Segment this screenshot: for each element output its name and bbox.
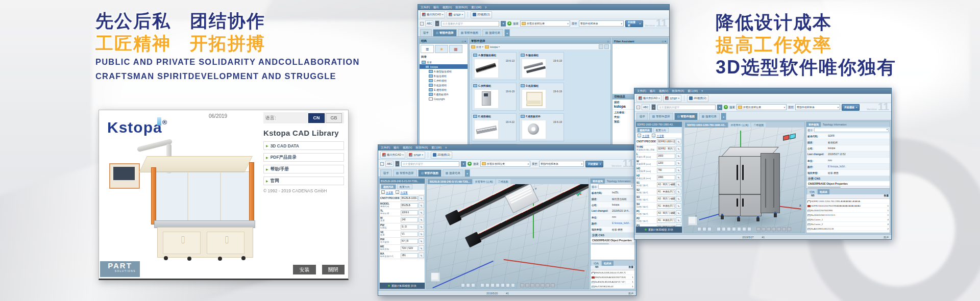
installer-menu-item[interactable]: 3D CAD DATA (263, 141, 344, 150)
main-tab[interactable]: 零部件视图 (458, 29, 482, 36)
parameter-value-input[interactable]: A1 : 单侧右开门-磁吸.. (657, 204, 675, 209)
parameter-value-input[interactable]: A1 : 单侧右开门-磁吸.. (657, 218, 675, 223)
tree-item[interactable]: B.输送模组 (420, 73, 468, 78)
edit-parameter-icon[interactable] (419, 210, 424, 215)
installer-menu-item[interactable]: PDF产品目录 (263, 153, 344, 162)
edit-parameter-icon[interactable] (676, 167, 681, 173)
search-dropdown-icon[interactable]: ▾ (717, 105, 722, 110)
edit-parameter-icon[interactable] (676, 217, 681, 223)
parameter-subtab[interactable]: 配置方向 (653, 128, 669, 133)
menu-item[interactable]: 附加件(X) (672, 89, 684, 93)
minimize-icon[interactable]: □ (607, 40, 609, 43)
category-card[interactable]: C.供料模组 19-6-19 (472, 83, 517, 111)
filter-type-select[interactable]: 零部件组和单体 (579, 20, 624, 27)
tree-item[interactable]: F.通用标准件 (420, 92, 468, 96)
edit-parameter-icon[interactable] (419, 253, 424, 258)
info-tab[interactable]: Topology Information (605, 179, 632, 184)
search-checkbox[interactable]: ✓ (380, 162, 384, 166)
structure-row[interactable]: SDFR2-1600-1200-760-1990-A3A3A3A1-A3AGA.… (806, 199, 890, 204)
close-icon[interactable]: × (665, 40, 666, 43)
parameter-value-input[interactable]: 1009.6 (401, 210, 418, 215)
main-tab[interactable]: 零部件视图 (418, 169, 442, 177)
menu-item[interactable]: 文件(F) (421, 6, 430, 9)
menu-item[interactable]: 视图(V) (659, 89, 668, 93)
parameter-value-input[interactable]: T20/ | S20/ (401, 246, 418, 251)
history-tab[interactable]: ▦ (449, 45, 462, 53)
parameter-value-input[interactable]: A3 : 双开门-磁吸型宽.. (657, 211, 675, 216)
fulltext-search-input[interactable] (441, 21, 499, 27)
edit-parameter-icon[interactable] (676, 210, 681, 216)
menu-item[interactable]: 文件(F) (381, 146, 390, 149)
step-export-button[interactable]: STEP▾ (447, 11, 465, 18)
structure-tab[interactable]: 组成表 (818, 189, 829, 194)
structure-row[interactable]: BS25LB1009-A240V1NYT20/1B1S 1 (591, 275, 634, 280)
menu-item[interactable]: 视图(V) (443, 6, 452, 9)
menu-item[interactable]: 视图(V) (403, 146, 412, 149)
tree-item[interactable]: D.机架模组 (420, 83, 468, 87)
breadcrumb-item[interactable]: kstopa (485, 45, 500, 48)
viewport-toolbar[interactable] (461, 283, 555, 287)
category-card[interactable]: A.微型输送模组 19-6-13 (472, 52, 517, 80)
edit-parameter-icon[interactable] (676, 160, 681, 166)
fulltext-search-input[interactable] (657, 105, 716, 110)
menu-item[interactable]: 文件(F) (637, 89, 646, 93)
export-cad-button[interactable]: 输出到CAD▾ (380, 152, 405, 159)
parameter-value-input[interactable]: BS25LB-1009-240-S-V1-N (401, 196, 418, 201)
info-tab[interactable]: 零件查询 (806, 122, 821, 127)
structure-row[interactable]: BS25LB-1009-240-S-V1-NY-T20/-1B1 (591, 270, 634, 275)
edit-parameter-icon[interactable] (419, 238, 424, 244)
minimize-icon[interactable]: □ (462, 40, 463, 43)
parameter-value-input[interactable]: 760 (657, 168, 675, 173)
structure-row[interactable]: B=A0139811461212-B 2 (806, 227, 890, 231)
menu-item[interactable]: 窗口(W) (471, 6, 481, 9)
variable-toggle[interactable]: 次变量 (652, 134, 664, 137)
search-dropdown-icon[interactable]: ▾ (501, 21, 506, 27)
3d-viewport[interactable]: X Z (684, 128, 804, 233)
view-tab[interactable]: BS25LB-1009-240-S-V1-N9-T20L.. (428, 179, 472, 184)
menu-item[interactable]: ? (485, 6, 486, 9)
search-scope-select[interactable]: 所有目录和分类 (520, 20, 570, 27)
step-export-button[interactable]: STEP▾ (663, 95, 681, 102)
parameter-value-input[interactable]: A1 : 单侧右开门-磁吸.. (657, 189, 675, 194)
menu-item[interactable]: 窗口(W) (431, 146, 442, 149)
edit-parameter-icon[interactable] (419, 195, 424, 201)
menu-item[interactable]: ? (701, 90, 703, 93)
installer-menu-item[interactable]: 帮助/手册 (263, 165, 344, 173)
info-search-select[interactable] (814, 128, 889, 132)
structure-row[interactable]: SDFR2160012007601990A3AGA3AGA3AGA3A0 1 (806, 204, 890, 208)
start-search-button[interactable]: 开始搜索 (625, 20, 643, 27)
tree-item[interactable]: 目录 (420, 60, 468, 64)
viewport-toolbar[interactable] (697, 227, 791, 231)
parameter-subtab[interactable]: 配置方向 (397, 184, 412, 189)
edit-parameter-icon[interactable] (676, 153, 681, 159)
parameter-value-input[interactable]: SDFR2 : 双开门 (657, 146, 675, 152)
menu-item[interactable]: 附加件(X) (415, 146, 428, 149)
structure-row[interactable]: B=160012007601990 1 (806, 208, 890, 213)
menu-item[interactable]: 窗口(W) (688, 89, 698, 93)
menu-item[interactable]: 输出 (433, 6, 439, 9)
export-cad-button[interactable]: 输出到CAD▾ (420, 11, 445, 18)
variable-toggle[interactable]: 主变量 (381, 190, 393, 194)
category-card[interactable]: B.输送模组 19-6-19 (519, 52, 564, 80)
language-cn-button[interactable]: CN (308, 113, 325, 123)
recalculate-3d-button[interactable]: 重新计算3D模型 开/关 (380, 283, 425, 289)
minimize-icon[interactable]: □ (662, 40, 664, 43)
edit-parameter-icon[interactable] (419, 231, 424, 237)
menu-item[interactable]: 附加件(X) (455, 6, 468, 9)
info-tab[interactable]: Topology Information (821, 122, 848, 127)
view-cube[interactable] (431, 272, 440, 282)
parameter-value-input[interactable]: 1990 (657, 175, 675, 180)
main-tab[interactable]: + (504, 29, 510, 36)
tree-item[interactable]: E.通用模组 (420, 87, 468, 92)
search-checkbox[interactable]: ✓ (420, 22, 424, 26)
export-cad-button[interactable]: 输出到CAD▾ (636, 95, 662, 102)
horizontal-scrollbar[interactable] (806, 186, 890, 188)
edit-parameter-icon[interactable] (676, 174, 681, 180)
catalog-tree-tab[interactable]: ≣ (421, 45, 434, 53)
2d-view-button[interactable]: 2D视图(2) (431, 152, 452, 159)
view-tab[interactable]: 所有零件 (公局) (729, 122, 751, 128)
language-gb-button[interactable]: GB (326, 113, 342, 123)
edit-parameter-icon[interactable] (676, 182, 681, 187)
install-button[interactable]: 安装 (293, 265, 316, 274)
parameter-panel-tab[interactable]: SDFR2-1600-1200-760-1990-A3.. (636, 122, 682, 127)
